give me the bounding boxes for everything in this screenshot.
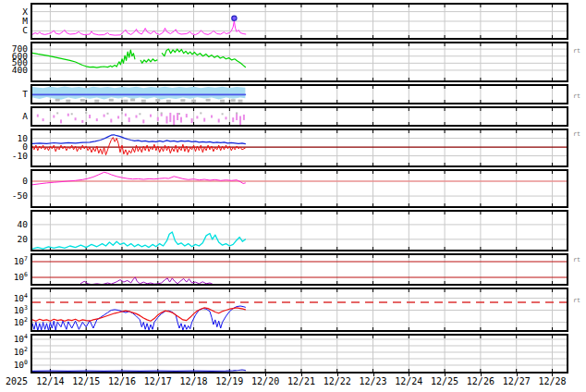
year-label: 2025	[0, 376, 28, 387]
y-tick-label-temperature: T	[0, 90, 28, 99]
x-tick-label: 12/18	[174, 376, 214, 387]
y-tick-label-electron-flux: 106	[0, 273, 28, 282]
A-violet	[191, 118, 193, 123]
A-violet	[173, 116, 175, 126]
panel-electron-flux	[31, 253, 568, 286]
A-violet	[75, 117, 77, 120]
realtime-annotation: rt	[573, 131, 580, 138]
y-tick-label-density: 20	[0, 235, 28, 244]
A-gray	[107, 113, 109, 115]
x-axis-tick	[301, 374, 302, 376]
x-tick-label: 12/25	[424, 376, 465, 387]
x-axis-tick	[194, 374, 195, 376]
series-wind-speed	[162, 49, 245, 67]
A-violet	[232, 117, 234, 122]
panel-canvas-solar-wind-speed	[32, 43, 567, 80]
panel-temperature	[31, 84, 568, 104]
temp-gray-patches	[206, 99, 211, 102]
x-axis-tick	[50, 374, 51, 376]
panel-canvas-xray-flux	[32, 5, 567, 38]
panel-dst	[31, 169, 568, 208]
temp-gray-patches	[231, 99, 236, 102]
x-tick-label: 12/28	[531, 376, 572, 387]
panel-canvas-temperature	[32, 86, 567, 103]
A-violet	[177, 113, 178, 120]
temp-gray-patches	[94, 100, 99, 103]
temp-gray-patches	[155, 99, 160, 102]
panel-density	[31, 210, 568, 251]
realtime-annotation: rt	[573, 298, 580, 304]
A-violet	[186, 114, 188, 117]
A-violet	[211, 116, 213, 118]
y-tick-label-solar-wind-speed: 400	[0, 66, 28, 75]
A-violet	[157, 117, 159, 121]
panel-canvas-electron-flux	[32, 255, 567, 284]
A-gray	[71, 113, 73, 115]
A-gray	[178, 113, 180, 115]
series-wind-speed	[32, 50, 135, 67]
A-violet	[150, 115, 152, 117]
x-axis-tick	[409, 374, 409, 376]
y-tick-label-dst: -50	[0, 191, 28, 201]
A-violet	[239, 116, 241, 126]
x-tick-label: 12/22	[317, 376, 358, 387]
series-proton-density	[32, 232, 245, 249]
A-violet	[110, 119, 112, 123]
A-gray	[236, 112, 238, 114]
temp-gray-patches	[130, 99, 135, 102]
temp-gray-patches	[220, 100, 225, 103]
A-gray	[85, 112, 87, 114]
A-violet	[117, 116, 119, 118]
A-violet	[43, 118, 44, 121]
series-wind-speed	[140, 59, 157, 64]
A-gray	[139, 113, 140, 115]
temp-gray-patches	[55, 99, 60, 102]
A-gray	[161, 112, 163, 114]
x-axis-tick	[122, 374, 123, 376]
x-tick-label: 12/17	[138, 376, 178, 387]
temp-gray-patches	[238, 100, 243, 103]
x-axis-tick	[552, 374, 553, 376]
flare-event-marker	[232, 16, 237, 20]
panel-canvas-density	[32, 212, 567, 250]
realtime-annotation: rt	[573, 48, 580, 55]
temp-gray-patches	[191, 100, 196, 103]
y-tick-label-scatter-A: A	[0, 112, 28, 121]
y-tick-label-proton-flux: 103	[0, 306, 28, 315]
panel-low-energy-flux	[31, 334, 568, 374]
A-violet	[125, 114, 127, 116]
x-tick-label: 12/24	[388, 376, 429, 387]
panel-scatter-A	[31, 106, 568, 127]
A-violet	[180, 117, 182, 123]
y-tick-label-density: 40	[0, 220, 28, 229]
y-tick-label-xray-flux: C	[0, 26, 28, 35]
x-tick-label: 12/16	[102, 376, 142, 387]
temp-gray-patches	[166, 100, 171, 103]
A-gray	[200, 112, 201, 114]
x-tick-label: 12/20	[245, 376, 286, 387]
realtime-annotation: rt	[573, 257, 580, 263]
panel-proton-flux	[31, 288, 568, 332]
y-tick-label-proton-flux: 102	[0, 318, 28, 327]
A-violet	[203, 118, 205, 122]
A-violet	[226, 116, 227, 119]
x-axis-tick	[337, 374, 338, 376]
A-violet	[166, 116, 168, 124]
A-violet	[96, 118, 98, 121]
A-violet	[60, 119, 62, 123]
y-tick-label-proton-flux: 104	[0, 294, 28, 303]
A-violet	[67, 114, 69, 116]
series-bz	[32, 138, 245, 155]
panel-solar-wind-speed	[31, 42, 568, 82]
x-tick-label: 12/14	[30, 376, 70, 387]
y-tick-label-low-energy-flux: 104	[0, 335, 28, 344]
x-tick-label: 12/26	[460, 376, 501, 387]
A-gray	[121, 112, 123, 114]
A-violet	[53, 116, 55, 118]
x-axis-tick	[86, 374, 87, 376]
A-violet	[136, 116, 138, 118]
x-axis-tick	[517, 374, 518, 376]
y-tick-label-low-energy-flux: 100	[0, 361, 28, 370]
series-dst-index	[32, 172, 245, 185]
x-axis-tick	[373, 374, 374, 376]
